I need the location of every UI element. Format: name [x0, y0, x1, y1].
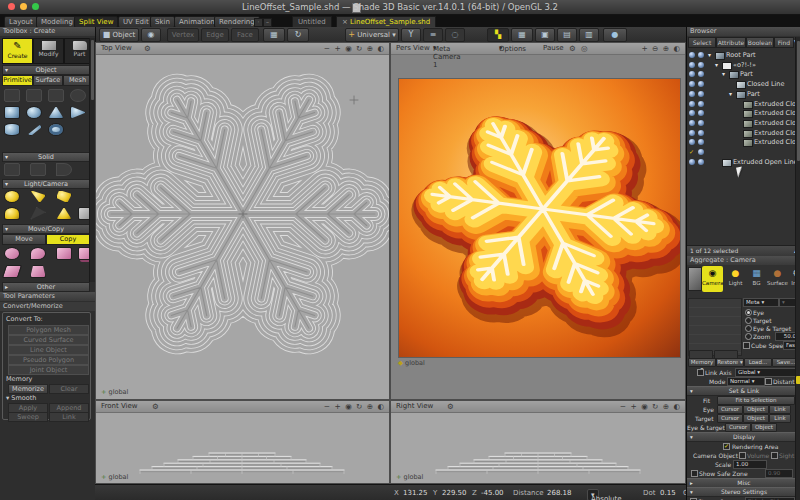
spotlight-icon[interactable]: [30, 190, 46, 203]
pers-camera-select[interactable]: Meta Camera 1 ▾: [433, 44, 437, 52]
tree-item-label[interactable]: Extruded Closed: [754, 100, 800, 108]
link-axis-checkbox[interactable]: [697, 369, 704, 376]
copy-button[interactable]: Copy: [46, 234, 90, 245]
tree-item-label[interactable]: «o?!-!»: [733, 61, 756, 69]
target-object-button[interactable]: Object: [743, 414, 769, 423]
camera-mode-button[interactable]: ◉: [141, 28, 161, 42]
other-section-header[interactable]: ▸Other: [2, 282, 90, 292]
top-view-canvas[interactable]: [96, 54, 389, 399]
solid-box-icon[interactable]: [4, 163, 20, 176]
visibility-toggle-icon[interactable]: [689, 52, 695, 58]
pers-view-header[interactable]: Pers View Meta Camera 1 ▾ Options ▾ Paus…: [391, 43, 685, 55]
memory-menu-button[interactable]: Memory ▾: [688, 358, 716, 367]
aggregate-tab-light[interactable]: ●Light: [725, 266, 746, 292]
y-value[interactable]: 229.50: [442, 489, 467, 497]
skeleton-tool-icon[interactable]: Y: [401, 28, 421, 42]
front-viewport[interactable]: Front View ⚙ − + ◉ ↻ ⊕ ◐ + global: [95, 400, 390, 484]
zoom-radio[interactable]: [745, 333, 752, 340]
duplicate-copy-icon[interactable]: [56, 247, 72, 260]
expander-icon[interactable]: ▾: [722, 70, 725, 77]
top-view-controls[interactable]: − + ◉ ↻ ⊕ ◐: [324, 44, 385, 53]
render-toggle-icon[interactable]: [698, 120, 704, 126]
display-section-header[interactable]: ▾Display: [687, 432, 800, 442]
area-light-icon[interactable]: [30, 207, 46, 220]
view-gear-icon[interactable]: ⚙: [144, 44, 152, 53]
coordinate-mode-dropdown[interactable]: Absolute ▾: [587, 489, 599, 500]
primitive-mode-button[interactable]: Primitive: [2, 75, 33, 86]
visibility-toggle-icon[interactable]: [689, 159, 695, 165]
object-section-header[interactable]: ▾Object: [2, 65, 90, 75]
visibility-toggle-icon[interactable]: [689, 101, 695, 107]
tree-row[interactable]: ▾Part: [687, 70, 795, 79]
dot-value[interactable]: 0.15: [660, 489, 676, 497]
safe-zone-checkbox[interactable]: [691, 470, 698, 477]
render-toggle-icon[interactable]: [698, 149, 704, 155]
browser-tab-attribute[interactable]: Attribute: [716, 37, 746, 48]
tree-row[interactable]: ▾«o?!-!»: [687, 61, 795, 70]
shaded-display-icon[interactable]: ▣: [535, 28, 555, 42]
pers-view-label[interactable]: Pers View: [396, 44, 430, 52]
memorize-button[interactable]: Memorize: [8, 384, 48, 394]
target-link-button[interactable]: Link: [769, 414, 791, 423]
z-value[interactable]: -45.00: [481, 489, 504, 497]
tree-row[interactable]: ▾Part: [687, 90, 795, 99]
restore-menu-button[interactable]: Restore ▾: [716, 358, 744, 367]
rendering-area-checkbox[interactable]: [723, 443, 730, 450]
cylinder-primitive-icon[interactable]: [4, 123, 20, 136]
shear-copy-icon[interactable]: [2, 265, 22, 278]
eye-target-cursor-button[interactable]: Cursor: [725, 423, 751, 432]
tree-item-label[interactable]: Extruded Closed: [754, 109, 800, 117]
x-value[interactable]: 131.25: [403, 489, 428, 497]
front-view-label[interactable]: Front View: [101, 402, 138, 410]
stereo-section-header[interactable]: ▾Stereo Settings: [687, 487, 800, 497]
render-toggle-icon[interactable]: [698, 101, 704, 107]
mesh-mode-button[interactable]: Mesh: [63, 75, 92, 86]
marquee-select-icon[interactable]: ▦: [263, 28, 285, 42]
browser-tab-select[interactable]: Select: [688, 37, 716, 48]
target-cursor-button[interactable]: Cursor: [717, 414, 743, 423]
rotate-copy-icon[interactable]: [4, 247, 20, 260]
move-copy-section-header[interactable]: ▾Move/Copy: [2, 224, 90, 234]
tree-item-label[interactable]: Closed Line: [747, 80, 784, 88]
right-gear-icon[interactable]: ⚙: [447, 402, 455, 411]
pers-viewport[interactable]: Pers View Meta Camera 1 ▾ Options ▾ Paus…: [390, 42, 686, 400]
tree-item-label[interactable]: Extruded Closed: [754, 129, 800, 137]
render-toggle-icon[interactable]: [698, 62, 704, 68]
pers-gear-icon[interactable]: ⚙: [569, 44, 577, 53]
browser-tab-find[interactable]: Find: [774, 37, 794, 48]
render-toggle-icon[interactable]: [698, 159, 704, 165]
browser-scrollbar[interactable]: [795, 37, 800, 500]
pers-options-menu[interactable]: Options ▾: [499, 44, 503, 52]
rotate-tool-icon[interactable]: ↻: [287, 28, 309, 42]
pers-comment-icon[interactable]: ◎: [581, 44, 589, 53]
load-button[interactable]: Load...: [744, 358, 772, 367]
pers-pause-button[interactable]: Pause: [543, 44, 564, 52]
fit-to-selection-button[interactable]: Fit to Selection: [717, 396, 795, 405]
tree-item-label[interactable]: Extruded Closed: [754, 138, 800, 146]
distance-value[interactable]: 268.18: [547, 489, 572, 497]
tree-item-label[interactable]: Extruded Closed: [754, 119, 800, 127]
set-link-section-header[interactable]: ▾Set & Link: [687, 386, 800, 396]
scale-copy-icon[interactable]: [30, 247, 46, 260]
meta-dropdown[interactable]: Meta ▾: [743, 298, 779, 307]
eye-cursor-button[interactable]: Cursor: [717, 405, 743, 414]
right-view-canvas[interactable]: [391, 412, 685, 483]
circle-sketch-icon[interactable]: [70, 89, 86, 102]
expander-icon[interactable]: ▾: [715, 61, 718, 68]
pers-view-controls[interactable]: + ⊖ ⊕ ◐: [641, 44, 681, 53]
right-view-label[interactable]: Right View: [396, 402, 433, 410]
toolbox-tab-create[interactable]: ✎Create: [2, 38, 33, 64]
tree-item-label[interactable]: Part: [740, 70, 753, 78]
visibility-toggle-icon[interactable]: [689, 110, 695, 116]
ambient-light-icon[interactable]: [4, 207, 20, 220]
aggregate-tab-surface[interactable]: ●Surface: [767, 266, 788, 292]
point-light-icon[interactable]: [4, 190, 20, 203]
flood-light-icon[interactable]: [56, 207, 72, 220]
render-toggle-icon[interactable]: [698, 71, 704, 77]
browser-tab-boolean[interactable]: Boolean: [746, 37, 774, 48]
tree-row[interactable]: Closed Line: [687, 80, 795, 89]
render-toggle-icon[interactable]: [698, 130, 704, 136]
toolbox-tab-modify[interactable]: Modify: [33, 38, 64, 64]
target-radio[interactable]: [745, 317, 752, 324]
open-line-sketch-icon[interactable]: [48, 89, 64, 102]
